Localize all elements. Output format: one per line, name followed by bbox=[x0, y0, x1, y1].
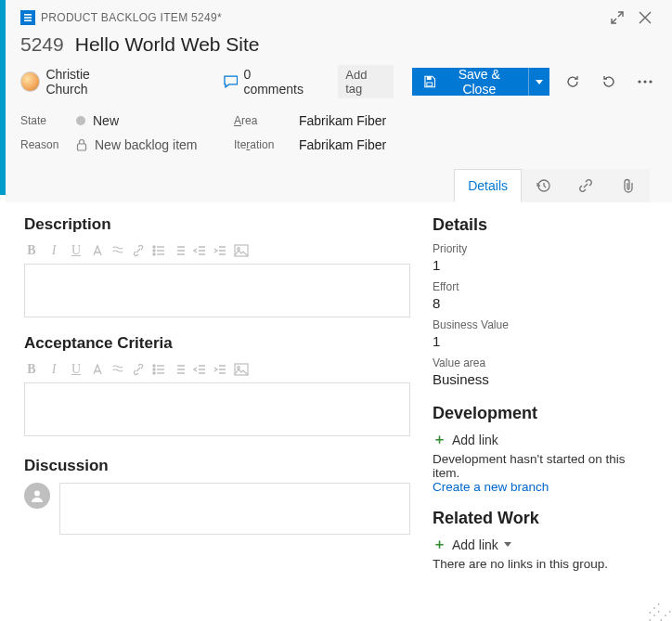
svg-rect-4 bbox=[427, 83, 433, 86]
business-value-label: Business Value bbox=[433, 318, 655, 331]
work-item-title[interactable]: Hello World Web Site bbox=[75, 33, 260, 56]
undo-icon[interactable] bbox=[596, 68, 623, 96]
history-icon bbox=[536, 178, 550, 193]
iteration-label: Iteration bbox=[234, 138, 299, 151]
assignee-name: Christie Church bbox=[45, 67, 133, 97]
area-label: Area bbox=[234, 114, 299, 127]
svg-rect-0 bbox=[24, 14, 32, 16]
image-icon[interactable] bbox=[234, 363, 249, 376]
attachment-icon bbox=[622, 178, 635, 193]
reason-label: Reason bbox=[20, 138, 76, 151]
indent-icon[interactable] bbox=[213, 363, 226, 376]
priority-label: Priority bbox=[433, 242, 655, 255]
indent-icon[interactable] bbox=[213, 244, 226, 257]
state-dot-icon bbox=[76, 116, 85, 125]
svg-point-6 bbox=[644, 80, 647, 83]
dev-hint: Development hasn't started on this item. bbox=[433, 452, 655, 480]
related-hint: There are no links in this group. bbox=[433, 557, 655, 571]
priority-field[interactable]: 1 bbox=[433, 257, 655, 273]
value-area-field[interactable]: Business bbox=[433, 371, 655, 387]
tab-links[interactable] bbox=[564, 169, 607, 202]
discussion-header: Discussion bbox=[24, 457, 410, 475]
comment-icon bbox=[224, 75, 239, 88]
related-add-link-button[interactable]: ＋ Add link bbox=[433, 536, 655, 553]
effort-field[interactable]: 8 bbox=[433, 295, 655, 311]
chevron-down-icon bbox=[536, 80, 543, 84]
more-actions-icon[interactable] bbox=[632, 68, 659, 96]
svg-point-11 bbox=[153, 250, 155, 252]
acceptance-header: Acceptance Criteria bbox=[24, 334, 410, 353]
chevron-down-icon bbox=[504, 542, 511, 547]
tab-attachments[interactable] bbox=[607, 169, 650, 202]
tab-details[interactable]: Details bbox=[454, 169, 522, 202]
svg-point-7 bbox=[650, 80, 653, 83]
save-menu-caret[interactable] bbox=[528, 68, 549, 96]
clearformat-icon[interactable] bbox=[111, 244, 124, 257]
font-icon[interactable] bbox=[91, 244, 104, 257]
work-item-heading: 5249 Hello World Web Site bbox=[20, 30, 659, 63]
image-icon[interactable] bbox=[234, 244, 249, 257]
hyperlink-icon[interactable] bbox=[132, 363, 145, 376]
value-area-label: Value area bbox=[433, 356, 655, 369]
tab-bar: Details bbox=[20, 169, 659, 202]
svg-point-12 bbox=[153, 253, 155, 255]
description-header: Description bbox=[24, 215, 410, 234]
outdent-icon[interactable] bbox=[193, 363, 206, 376]
discussion-input[interactable] bbox=[59, 483, 410, 535]
lock-icon bbox=[76, 138, 87, 151]
description-toolbar: B I U bbox=[24, 241, 410, 264]
link-icon bbox=[578, 178, 593, 193]
expand-icon[interactable] bbox=[603, 6, 631, 30]
bold-icon[interactable]: B bbox=[24, 243, 39, 258]
tab-history[interactable] bbox=[522, 169, 564, 202]
business-value-field[interactable]: 1 bbox=[433, 333, 655, 349]
svg-point-5 bbox=[639, 80, 641, 83]
svg-rect-8 bbox=[78, 144, 86, 150]
outdent-icon[interactable] bbox=[193, 244, 206, 257]
svg-point-15 bbox=[153, 365, 155, 367]
acceptance-toolbar: B I U bbox=[24, 360, 410, 382]
clearformat-icon[interactable] bbox=[111, 363, 124, 376]
bullet-list-icon[interactable] bbox=[152, 244, 165, 257]
dev-add-link-button[interactable]: ＋ Add link bbox=[433, 431, 655, 448]
assignee[interactable]: Christie Church bbox=[20, 67, 133, 97]
italic-icon[interactable]: I bbox=[46, 243, 61, 258]
svg-rect-3 bbox=[427, 76, 432, 80]
save-and-close-button[interactable]: Save & Close bbox=[412, 68, 528, 96]
number-list-icon[interactable] bbox=[173, 244, 186, 257]
reason-field[interactable]: New backlog item bbox=[76, 137, 234, 152]
refresh-icon[interactable] bbox=[559, 68, 586, 96]
svg-point-16 bbox=[153, 369, 155, 370]
svg-point-10 bbox=[153, 246, 155, 248]
svg-rect-1 bbox=[24, 17, 32, 19]
plus-icon: ＋ bbox=[433, 536, 446, 553]
accent-bar bbox=[0, 0, 6, 195]
details-header: Details bbox=[433, 215, 655, 235]
create-branch-link[interactable]: Create a new branch bbox=[433, 480, 655, 494]
close-icon[interactable] bbox=[631, 6, 659, 30]
add-tag-button[interactable]: Add tag bbox=[338, 65, 394, 98]
bold-icon[interactable]: B bbox=[24, 362, 39, 377]
hyperlink-icon[interactable] bbox=[132, 244, 145, 257]
underline-icon[interactable]: U bbox=[69, 243, 84, 258]
comments-count[interactable]: 0 comments bbox=[224, 67, 313, 97]
iteration-field[interactable]: Fabrikam Fiber bbox=[299, 137, 659, 152]
state-field[interactable]: New bbox=[76, 113, 234, 128]
development-header: Development bbox=[433, 404, 655, 423]
titlebar: PRODUCT BACKLOG ITEM 5249* bbox=[20, 6, 659, 30]
description-input[interactable] bbox=[24, 264, 410, 317]
work-item-id: 5249 bbox=[20, 33, 64, 56]
italic-icon[interactable]: I bbox=[46, 362, 61, 377]
effort-label: Effort bbox=[433, 280, 655, 293]
resize-grip-icon: ⋰⋰⋰ bbox=[648, 604, 670, 619]
breadcrumb: PRODUCT BACKLOG ITEM 5249* bbox=[41, 11, 222, 24]
plus-icon: ＋ bbox=[433, 431, 446, 448]
number-list-icon[interactable] bbox=[173, 363, 186, 376]
font-icon[interactable] bbox=[91, 363, 104, 376]
save-icon bbox=[423, 75, 436, 88]
bullet-list-icon[interactable] bbox=[152, 363, 165, 376]
discussion-avatar-icon bbox=[24, 483, 50, 509]
area-field[interactable]: Fabrikam Fiber bbox=[299, 113, 659, 128]
acceptance-input[interactable] bbox=[24, 382, 410, 436]
underline-icon[interactable]: U bbox=[69, 362, 84, 377]
